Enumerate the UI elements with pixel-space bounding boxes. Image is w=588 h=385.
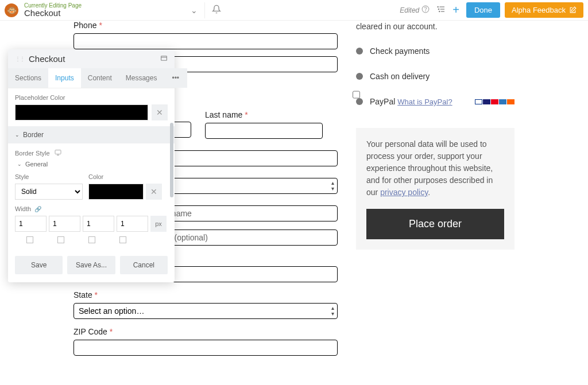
link-values-icon[interactable]: 🔗 [34, 206, 41, 212]
save-button[interactable]: Save [15, 256, 63, 274]
cancel-button[interactable]: Cancel [120, 256, 168, 274]
chevron-down-icon: ⌄ [15, 132, 20, 138]
panel-title: Checkout [29, 54, 160, 64]
panel-footer: Save Save As... Cancel [8, 250, 175, 282]
edit-icon [569, 6, 577, 14]
privacy-box: Your personal data will be used to proce… [356, 128, 514, 250]
done-button[interactable]: Done [466, 2, 500, 18]
add-icon[interactable]: + [452, 3, 459, 17]
page-context[interactable]: Currently Editing Page Checkout [24, 2, 82, 18]
scrollbar[interactable] [170, 123, 173, 249]
zip-input[interactable] [74, 340, 338, 356]
bank-cleared-text: cleared in our account. [356, 21, 514, 38]
width-right-input[interactable] [49, 216, 80, 232]
tab-sections[interactable]: Sections [8, 68, 48, 88]
state-label: State * [74, 290, 347, 300]
placeholder-color-label: Placeholder Color [15, 94, 168, 101]
top-bar: 🐵 Currently Editing Page Checkout ⌄ Edit… [0, 0, 588, 21]
state-select[interactable]: Select an option… [74, 303, 338, 319]
svg-point-5 [438, 6, 438, 7]
border-accordion[interactable]: ⌄ Border [8, 126, 175, 143]
alpha-feedback-button[interactable]: Alpha Feedback [505, 2, 583, 18]
phone-input[interactable] [74, 33, 338, 49]
width-left-input[interactable] [117, 216, 148, 232]
radio-icon [356, 48, 363, 55]
save-as-button[interactable]: Save As... [67, 256, 115, 274]
alpha-feedback-label: Alpha Feedback [512, 6, 566, 14]
style-editor-panel: ⋮⋮ Checkout Sections Inputs Content Mess… [8, 49, 175, 282]
border-color-swatch[interactable] [88, 184, 144, 200]
width-label: Width [15, 205, 31, 212]
border-style-select[interactable]: Solid [15, 184, 83, 200]
chevron-down-icon: ⌄ [17, 161, 22, 167]
width-unit[interactable]: px [150, 216, 167, 232]
style-label: Style [15, 173, 83, 180]
placeholder-color-swatch[interactable] [15, 104, 148, 120]
panel-tabs: Sections Inputs Content Messages ••• [8, 68, 175, 88]
border-style-label: Border Style [15, 150, 50, 157]
notifications-icon[interactable] [212, 5, 221, 15]
clear-color-button[interactable]: ✕ [152, 104, 168, 120]
outline-icon[interactable] [436, 5, 446, 16]
tab-more-icon[interactable]: ••• [164, 68, 187, 88]
paypal-whatis-link[interactable]: What is PayPal? [397, 98, 452, 106]
page-dropdown-icon[interactable]: ⌄ [191, 6, 198, 15]
card-brand-icons [475, 99, 514, 104]
side-right-icon [57, 236, 64, 243]
pay-option-cod[interactable]: Cash on delivery [356, 64, 514, 89]
last-name-input[interactable] [205, 123, 323, 139]
side-top-icon [26, 236, 33, 243]
radio-icon [356, 98, 363, 105]
width-top-input[interactable] [15, 216, 47, 232]
side-bottom-icon [88, 236, 95, 243]
privacy-text: Your personal data will be used to proce… [366, 138, 504, 199]
radio-icon [356, 73, 363, 80]
app-logo: 🐵 [5, 3, 18, 17]
svg-point-1 [425, 11, 426, 11]
color-label: Color [88, 173, 162, 180]
window-icon[interactable] [160, 55, 168, 64]
page-canvas: Phone * dress? Last name * ▴▾ [0, 21, 588, 385]
width-bottom-input[interactable] [83, 216, 114, 232]
help-icon[interactable] [421, 5, 430, 15]
clear-color-button[interactable]: ✕ [146, 184, 162, 200]
drag-grip-icon[interactable]: ⋮⋮ [15, 56, 24, 62]
svg-point-6 [439, 9, 439, 9]
general-accordion[interactable]: ⌄ General [17, 161, 168, 168]
edited-indicator: Edited [400, 6, 419, 14]
svg-point-7 [439, 11, 440, 11]
responsive-icon[interactable] [55, 149, 61, 157]
side-left-icon [119, 236, 126, 243]
pay-option-paypal[interactable]: PayPal What is PayPal? [356, 89, 514, 114]
svg-rect-8 [161, 56, 167, 60]
payment-panel: cleared in our account. Check payments C… [356, 21, 514, 250]
place-order-button[interactable]: Place order [366, 209, 504, 239]
phone-label: Phone * [74, 21, 347, 30]
page-title: Checkout [24, 9, 82, 18]
tab-content[interactable]: Content [81, 68, 119, 88]
zip-label: ZIP Code * [74, 327, 347, 336]
tab-messages[interactable]: Messages [119, 68, 164, 88]
svg-rect-10 [55, 150, 61, 154]
privacy-policy-link[interactable]: privacy policy [380, 188, 428, 197]
panel-body: Placeholder Color ✕ ⌄ Border Border Styl… [8, 88, 175, 243]
pay-option-check[interactable]: Check payments [356, 38, 514, 64]
tab-inputs[interactable]: Inputs [48, 68, 81, 88]
last-name-label: Last name * [205, 110, 323, 119]
divider [204, 2, 205, 18]
panel-header[interactable]: ⋮⋮ Checkout [8, 49, 175, 68]
